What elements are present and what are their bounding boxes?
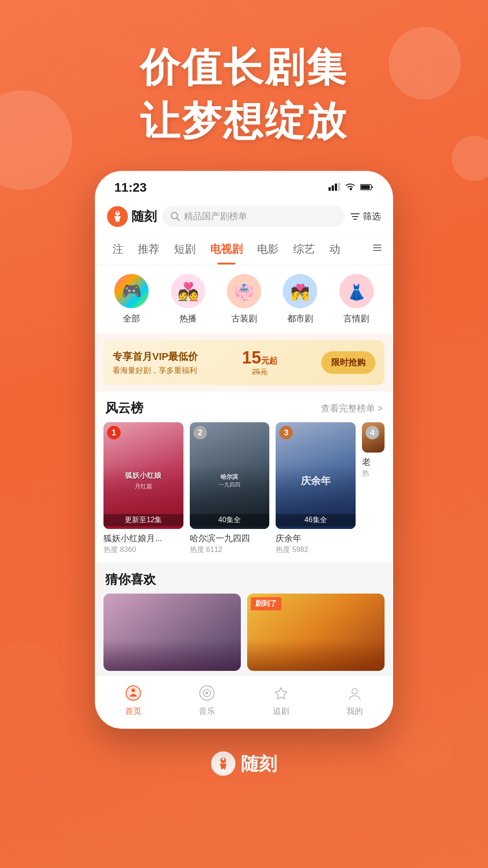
rank-heat-2: 热度 6112 <box>190 545 270 555</box>
svg-point-37 <box>222 758 224 760</box>
bottom-nav: 首页 音乐 追剧 <box>96 675 392 727</box>
nav-tabs: 注 推荐 短剧 电视剧 电影 综艺 动 <box>96 234 392 265</box>
rank-card-1[interactable]: 1 狐妖小红娘 月红篇 更新至12集 狐妖小红娘月... 热度 8360 <box>103 422 183 555</box>
app-logo-icon <box>107 206 128 227</box>
vip-price: 15元起 25元 <box>242 348 277 377</box>
rank-number-1: 1 <box>107 426 121 439</box>
search-icon <box>170 212 180 222</box>
rank-thumb-1: 1 狐妖小红娘 月红篇 更新至12集 <box>103 422 183 529</box>
category-hot[interactable]: 💑 热播 <box>160 274 216 325</box>
rankings-row: 1 狐妖小红娘 月红篇 更新至12集 狐妖小红娘月... 热度 8360 <box>96 422 392 563</box>
tab-tv-drama[interactable]: 电视剧 <box>203 234 250 264</box>
profile-icon <box>345 683 365 703</box>
vip-price-number: 15 <box>242 348 261 367</box>
guess-card-2[interactable]: 剧到了 <box>247 594 385 671</box>
category-all[interactable]: 🎮 全部 <box>103 274 160 325</box>
svg-rect-2 <box>335 184 337 191</box>
svg-rect-0 <box>328 187 331 191</box>
home-label: 首页 <box>125 706 141 717</box>
tab-movie[interactable]: 电影 <box>250 234 286 264</box>
battery-icon <box>360 182 374 193</box>
category-romance-icon: 👗 <box>339 274 374 308</box>
category-hot-icon: 💑 <box>171 274 205 308</box>
app-logo-text: 随刻 <box>131 208 157 225</box>
rank-card-2[interactable]: 2 哈尔滨 一九四四 40集全 哈尔滨一九四四 热度 6112 <box>190 422 270 555</box>
status-icons <box>328 182 374 193</box>
guess-section: 猜你喜欢 剧到了 <box>96 563 392 675</box>
bottom-nav-profile[interactable]: 我的 <box>318 683 392 717</box>
category-romance-label: 言情剧 <box>343 313 369 325</box>
filter-label: 筛选 <box>363 210 381 222</box>
category-ancient-label: 古装剧 <box>231 313 257 325</box>
guess-cards: 剧到了 <box>96 594 392 671</box>
vip-banner[interactable]: 专享首月VIP最低价 看海量好剧，享多重福利 15元起 25元 限时抢购 <box>103 340 385 385</box>
music-label: 音乐 <box>199 706 215 717</box>
more-tabs-icon[interactable] <box>372 242 383 256</box>
category-ancient[interactable]: 👘 古装剧 <box>216 274 272 325</box>
hero-line2: 让梦想绽放 <box>0 94 488 148</box>
status-bar: 11:23 <box>96 172 392 199</box>
phone-body: 11:23 <box>95 171 393 729</box>
profile-label: 我的 <box>347 706 363 717</box>
svg-rect-5 <box>361 185 370 189</box>
vip-info: 专享首月VIP最低价 看海量好剧，享多重福利 <box>113 350 198 376</box>
rank-card-3[interactable]: 3 庆余年 46集全 庆余年 热度 5982 <box>276 422 356 555</box>
home-icon <box>123 683 143 703</box>
vip-title: 专享首月VIP最低价 <box>113 350 198 363</box>
tab-animation[interactable]: 动 <box>322 234 347 264</box>
rankings-section: 风云榜 查看完整榜单 > 1 狐妖小红娘 月红篇 <box>96 392 392 563</box>
vip-buy-button[interactable]: 限时抢购 <box>321 351 375 374</box>
svg-text:💑: 💑 <box>177 281 199 302</box>
rank-thumb-3: 3 庆余年 46集全 <box>276 422 356 529</box>
bottom-nav-track[interactable]: 追剧 <box>244 683 318 717</box>
tab-recommend[interactable]: 推荐 <box>131 234 167 264</box>
hero-line1: 价值长剧集 <box>0 41 488 94</box>
guess-header: 猜你喜欢 <box>96 563 392 594</box>
rankings-header: 风云榜 查看完整榜单 > <box>96 392 392 422</box>
rank-heat-3: 热度 5982 <box>276 545 356 555</box>
category-romance[interactable]: 👗 言情剧 <box>328 274 385 325</box>
rank-thumb-4: 4 <box>362 422 385 453</box>
tab-short-drama[interactable]: 短剧 <box>167 234 203 264</box>
search-bar[interactable]: 精品国产剧榜单 <box>162 206 345 227</box>
app-logo-area[interactable]: 随刻 <box>107 206 157 227</box>
category-city[interactable]: 💏 都市剧 <box>272 274 328 325</box>
filter-button[interactable]: 筛选 <box>350 210 381 222</box>
svg-point-8 <box>117 212 118 213</box>
svg-text:👘: 👘 <box>235 283 254 302</box>
phone-mockup: 11:23 <box>0 171 488 729</box>
guess-card-1[interactable] <box>103 594 241 671</box>
vip-price-main: 15元起 <box>242 348 277 368</box>
rank-name-1: 狐妖小红娘月... <box>103 533 183 544</box>
rank-episode-1: 更新至12集 <box>103 514 183 526</box>
guess-title: 猜你喜欢 <box>105 571 156 588</box>
rank-episode-3: 46集全 <box>276 514 356 526</box>
rank-card-4[interactable]: 4 老 热 <box>362 422 385 555</box>
rank-thumb-2: 2 哈尔滨 一九四四 40集全 <box>190 422 270 529</box>
rankings-title: 风云榜 <box>105 400 143 417</box>
svg-rect-3 <box>338 183 340 191</box>
svg-marker-33 <box>275 688 287 699</box>
rank-heat-4: 热 <box>362 469 385 478</box>
category-ancient-icon: 👘 <box>227 274 261 308</box>
category-hot-label: 热播 <box>179 313 197 325</box>
rank-name-2: 哈尔滨一九四四 <box>190 533 270 544</box>
rank-name-4: 老 <box>362 456 385 468</box>
svg-line-12 <box>177 218 180 221</box>
rank-heat-1: 热度 8360 <box>103 545 183 555</box>
tab-variety[interactable]: 综艺 <box>286 234 322 264</box>
brand-logo-icon <box>211 751 235 776</box>
app-header: 随刻 精品国产剧榜单 筛选 <box>96 199 392 234</box>
rank-number-2: 2 <box>193 426 207 439</box>
category-row: 🎮 全部 💑 热播 👘 <box>96 265 392 334</box>
bottom-nav-home[interactable]: 首页 <box>96 683 170 717</box>
svg-text:👗: 👗 <box>347 283 366 302</box>
svg-point-10 <box>117 221 119 223</box>
rankings-more[interactable]: 查看完整榜单 > <box>321 402 383 415</box>
tab-annotation[interactable]: 注 <box>105 234 131 264</box>
rank-number-4: 4 <box>366 426 379 439</box>
filter-icon <box>350 212 360 222</box>
category-city-icon: 💏 <box>283 274 317 308</box>
bottom-nav-music[interactable]: 音乐 <box>170 683 244 717</box>
music-icon <box>197 683 217 703</box>
